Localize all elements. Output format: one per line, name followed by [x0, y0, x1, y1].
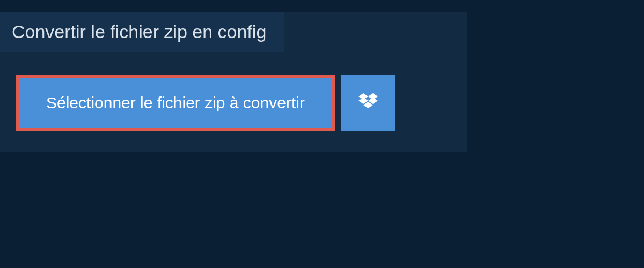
- button-row: Sélectionner le fichier zip à convertir: [16, 75, 451, 131]
- dropbox-icon: [358, 93, 378, 113]
- converter-panel: Convertir le fichier zip en config Sélec…: [0, 12, 467, 152]
- dropbox-button[interactable]: [341, 75, 395, 131]
- select-file-label: Sélectionner le fichier zip à convertir: [46, 94, 305, 112]
- tab-header: Convertir le fichier zip en config: [0, 12, 284, 52]
- page-title: Convertir le fichier zip en config: [12, 21, 266, 42]
- select-file-button[interactable]: Sélectionner le fichier zip à convertir: [16, 75, 335, 131]
